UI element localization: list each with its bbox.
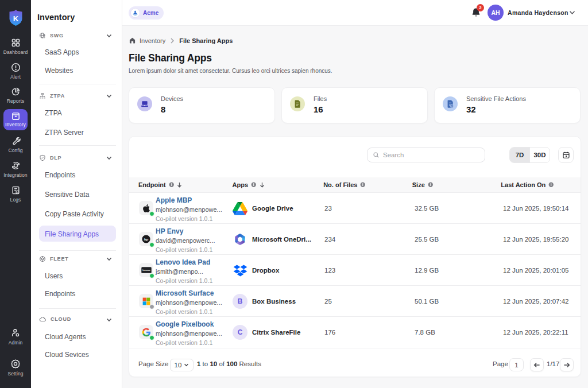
svg-text:hp: hp <box>144 238 149 241</box>
svg-text:Lenovo: Lenovo <box>142 269 150 271</box>
svg-text:K: K <box>13 14 19 23</box>
